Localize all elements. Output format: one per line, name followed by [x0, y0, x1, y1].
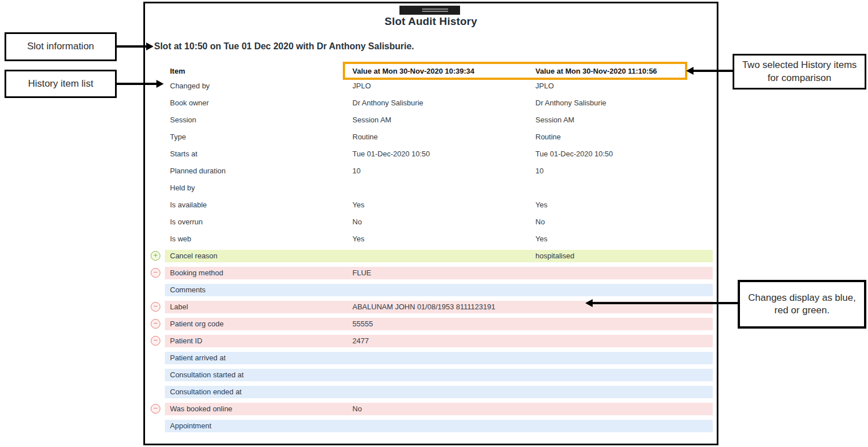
row-session: SessionSession AMSession AM — [145, 112, 717, 129]
arrow-history-item-list — [117, 83, 158, 85]
row-highlight-band — [165, 352, 713, 364]
row-value-1: Tue 01-Dec-2020 10:50 — [352, 146, 430, 163]
slot-summary: Slot at 10:50 on Tue 01 Dec 2020 with Dr… — [154, 41, 414, 52]
row-value-1: ABALUNAM JOHN 01/08/1953 8111123191 — [352, 299, 495, 316]
row-label: Session — [170, 112, 196, 129]
row-is-available: Is availableYesYes — [145, 197, 717, 214]
row-held-by: Held by — [145, 180, 717, 197]
row-value-1: No — [352, 401, 362, 418]
slot-audit-history-window: Slot Audit History Slot at 10:50 on Tue … — [143, 2, 718, 445]
row-value-1: FLUE — [352, 265, 371, 282]
row-appointment: Appointment — [145, 418, 717, 435]
row-patient-org-code: −Patient org code55555 — [145, 316, 717, 333]
row-planned-duration: Planned duration1010 — [145, 163, 717, 180]
row-value-2: Session AM — [535, 112, 575, 129]
row-value-2: 10 — [535, 163, 543, 180]
row-is-overrun: Is overrunNoNo — [145, 214, 717, 231]
row-value-2: Tue 01-Dec-2020 10:50 — [535, 146, 613, 163]
arrowhead-left-icon — [585, 299, 593, 307]
row-book-owner: Book ownerDr Anthony SalisburieDr Anthon… — [145, 95, 717, 112]
arrow-two-selected-items — [693, 70, 733, 72]
callout-two-selected-items: Two selected History items for compariso… — [733, 54, 866, 90]
row-highlight-band — [165, 335, 713, 347]
row-is-web: Is webYesYes — [145, 231, 717, 248]
callout-slot-information: Slot information — [5, 32, 117, 61]
minus-circle-icon: − — [151, 268, 160, 278]
minus-circle-icon: − — [151, 319, 160, 329]
row-was-booked-online: −Was booked onlineNo — [145, 401, 717, 418]
row-value-1: 2477 — [352, 333, 369, 350]
row-value-2: Yes — [535, 231, 547, 248]
redaction-bar — [399, 6, 460, 15]
arrow-slot-information — [117, 45, 147, 48]
minus-circle-icon: − — [151, 336, 160, 346]
row-highlight-band — [165, 318, 713, 330]
row-changed-by: Changed byJPLOJPLO — [145, 78, 717, 95]
row-value-1: Yes — [352, 231, 364, 248]
row-label: Consultation ended at — [170, 384, 241, 401]
row-highlight-band — [165, 386, 713, 398]
row-label: Patient arrived at — [170, 350, 225, 367]
arrow-changes-colors — [593, 302, 738, 304]
row-value-1: Yes — [352, 197, 364, 214]
row-label: Held by — [170, 180, 195, 197]
row-label: Is overrun — [170, 214, 203, 231]
row-label: Changed by — [170, 78, 210, 95]
row-value-1: JPLO — [352, 78, 371, 95]
row-value-2: Dr Anthony Salisburie — [535, 95, 606, 112]
row-label: Planned duration — [170, 163, 225, 180]
row-value-1: Routine — [352, 129, 378, 146]
row-value-1: Session AM — [352, 112, 392, 129]
callout-changes-colors: Changes display as blue, red or green. — [738, 280, 866, 329]
row-highlight-band — [165, 403, 713, 415]
row-label: −LabelABALUNAM JOHN 01/08/1953 811112319… — [145, 299, 717, 316]
row-value-2: JPLO — [535, 78, 554, 95]
row-label: Booking method — [170, 265, 223, 282]
row-label: Type — [170, 129, 186, 146]
row-highlight-band — [165, 267, 713, 279]
row-label: Book owner — [170, 95, 209, 112]
row-label: Was booked online — [170, 401, 232, 418]
row-consultation-started-at: Consultation started at — [145, 367, 717, 384]
row-starts-at: Starts atTue 01-Dec-2020 10:50Tue 01-Dec… — [145, 146, 717, 163]
row-value-2: Routine — [535, 129, 561, 146]
row-cancel-reason: +Cancel reasonhospitalised — [145, 248, 717, 265]
row-highlight-band — [165, 369, 713, 381]
row-patient-arrived-at: Patient arrived at — [145, 350, 717, 367]
arrowhead-right-icon — [156, 80, 164, 88]
row-highlight-band — [165, 284, 713, 296]
row-patient-id: −Patient ID2477 — [145, 333, 717, 350]
row-value-2: Yes — [535, 197, 547, 214]
row-label: Cancel reason — [170, 248, 218, 265]
row-value-2: No — [535, 214, 545, 231]
row-label: Consultation started at — [170, 367, 244, 384]
row-value-1: Dr Anthony Salisburie — [352, 95, 423, 112]
row-value-1: 55555 — [352, 316, 373, 333]
arrowhead-left-icon — [686, 67, 693, 75]
row-consultation-ended-at: Consultation ended at — [145, 384, 717, 401]
redaction-line — [422, 11, 448, 12]
arrowhead-right-icon — [146, 42, 154, 50]
row-value-2: hospitalised — [535, 248, 575, 265]
row-label: Patient ID — [170, 333, 202, 350]
row-label: Starts at — [170, 146, 197, 163]
row-value-1: No — [352, 214, 362, 231]
minus-circle-icon: − — [151, 302, 160, 312]
row-label: Comments — [170, 282, 206, 299]
history-rows: Changed byJPLOJPLOBook ownerDr Anthony S… — [145, 78, 717, 435]
row-label: Is web — [170, 231, 192, 248]
row-label: Patient org code — [170, 316, 224, 333]
row-highlight-band — [165, 420, 713, 432]
plus-circle-icon: + — [151, 251, 160, 261]
row-booking-method: −Booking methodFLUE — [145, 265, 717, 282]
row-label: Appointment — [170, 418, 211, 435]
minus-circle-icon: − — [151, 404, 160, 414]
page-title: Slot Audit History — [145, 15, 717, 28]
row-label: Label — [170, 299, 188, 316]
row-comments: Comments — [145, 282, 717, 299]
row-value-1: 10 — [352, 163, 360, 180]
row-type: TypeRoutineRoutine — [145, 129, 717, 146]
redaction-line — [422, 8, 448, 10]
row-highlight-band — [165, 250, 713, 262]
callout-history-item-list: History item list — [5, 70, 117, 98]
